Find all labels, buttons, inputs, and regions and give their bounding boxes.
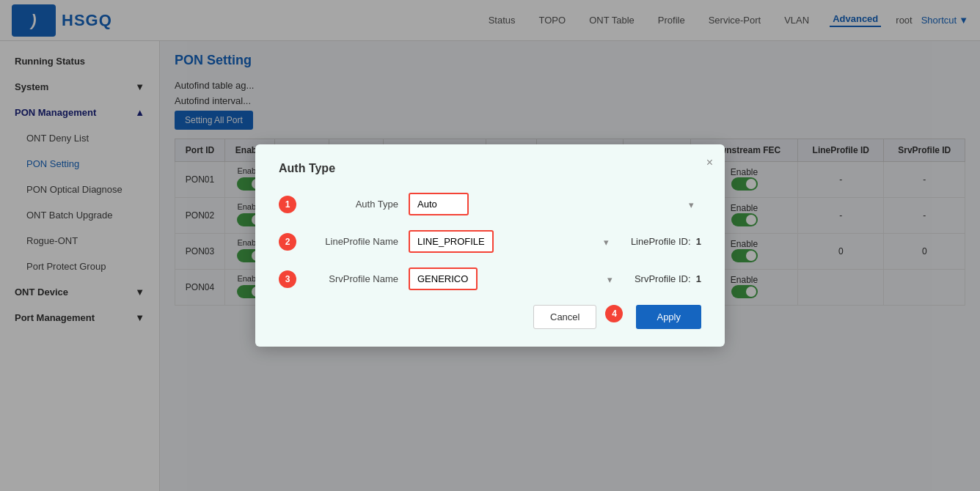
step-badge-3: 3 [279, 270, 296, 288]
modal-row-line-profile: 2 LineProfile Name LINE_PROFILE LineProf… [279, 230, 701, 253]
line-profile-id-label: LineProfile ID: 1 [631, 236, 701, 247]
srv-profile-select-wrapper: GENERICO [409, 267, 620, 290]
modal-close-button[interactable]: × [706, 156, 713, 169]
modal-label-line-profile: LineProfile Name [302, 236, 409, 247]
auth-type-select-wrapper: Auto Manual Password [409, 193, 701, 215]
step-badge-4: 4 [605, 305, 623, 322]
modal-row-auth-type: 1 Auth Type Auto Manual Password [279, 193, 701, 215]
auth-type-select[interactable]: Auto Manual Password [409, 193, 469, 215]
modal-overlay: Auth Type × 1 Auth Type Auto Manual Pass… [0, 0, 980, 491]
step-badge-2: 2 [279, 233, 296, 251]
modal-title: Auth Type [279, 162, 701, 175]
line-profile-select[interactable]: LINE_PROFILE [409, 230, 494, 253]
modal-row-srv-profile: 3 SrvProfile Name GENERICO SrvProfile ID… [279, 267, 701, 290]
modal-label-srv-profile: SrvProfile Name [302, 273, 409, 284]
modal-label-auth-type: Auth Type [302, 199, 409, 210]
cancel-button[interactable]: Cancel [533, 305, 596, 329]
apply-button[interactable]: Apply [636, 305, 701, 329]
srv-profile-id-label: SrvProfile ID: 1 [635, 273, 701, 284]
srv-profile-select[interactable]: GENERICO [409, 267, 478, 290]
step-badge-1: 1 [279, 196, 296, 213]
modal-actions: Cancel 4 Apply [279, 305, 701, 329]
line-profile-select-wrapper: LINE_PROFILE [409, 230, 616, 253]
auth-type-modal: Auth Type × 1 Auth Type Auto Manual Pass… [255, 144, 725, 347]
